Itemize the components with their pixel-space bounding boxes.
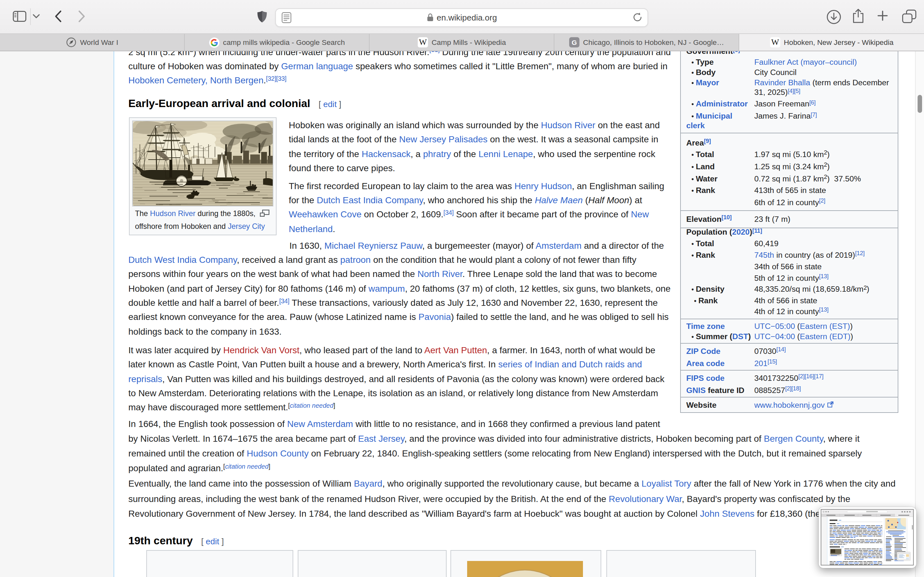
wiki-link[interactable]: John Stevens — [700, 508, 754, 518]
wiki-link[interactable]: Hoboken Cemetery, North Bergen — [128, 75, 263, 85]
wiki-link[interactable]: 745th — [754, 250, 774, 259]
wiki-link[interactable]: Ravinder Bhalla — [754, 79, 810, 87]
reference-link[interactable]: [7] — [811, 111, 817, 118]
reference-link[interactable]: [4][5] — [788, 87, 800, 94]
wiki-link[interactable]: series of Indian and Dutch raids and — [498, 359, 642, 370]
gallery-box-2[interactable] — [298, 550, 447, 577]
reference-link[interactable]: [15] — [767, 359, 777, 365]
wiki-link[interactable]: www.hobokennj.gov — [754, 400, 825, 409]
wiki-link[interactable]: Hackensack — [362, 149, 411, 159]
wiki-link[interactable]: Faulkner Act (mayor–council) — [754, 58, 857, 67]
reference-link[interactable]: [9] — [704, 138, 711, 145]
scrollbar-track[interactable] — [915, 51, 924, 577]
wiki-link[interactable]: DST — [732, 332, 748, 341]
reference-link[interactable]: [13] — [819, 307, 829, 313]
citation-needed-link[interactable]: [citation needed] — [288, 402, 335, 409]
wiki-link[interactable]: clerk — [686, 121, 705, 130]
shield-icon[interactable] — [257, 10, 268, 23]
wiki-link[interactable]: GNIS — [686, 386, 706, 395]
wiki-link[interactable]: UTC−04:00 — [754, 332, 795, 341]
wiki-link[interactable]: Hudson County — [247, 448, 309, 458]
tab-overview-button[interactable] — [902, 10, 916, 23]
tab-2[interactable]: WCamp Mills - Wikipedia — [370, 34, 554, 51]
wiki-link[interactable]: Bayard — [354, 479, 383, 489]
wiki-link[interactable]: 201 — [754, 359, 767, 368]
wiki-link[interactable]: Hudson River — [541, 120, 596, 130]
citation-needed-link[interactable]: [citation needed] — [223, 463, 270, 470]
reference-link[interactable]: [11] — [752, 227, 762, 234]
reference-link[interactable]: [13] — [819, 273, 829, 279]
edit-section-link[interactable]: edit — [206, 537, 219, 546]
wiki-link[interactable]: reprisals — [128, 374, 162, 384]
wiki-link[interactable]: Dutch East India Company — [317, 195, 423, 205]
new-tab-button[interactable] — [877, 10, 888, 21]
wiki-link[interactable]: 2020 — [732, 227, 750, 237]
wiki-link[interactable]: Municipal — [696, 111, 732, 121]
wiki-link[interactable]: New Amsterdam — [287, 419, 353, 429]
wiki-link[interactable]: German language — [281, 61, 353, 71]
downloads-button[interactable] — [827, 10, 841, 24]
wiki-link[interactable]: Revolutionary War — [609, 493, 682, 504]
wiki-link[interactable]: UTC−05:00 — [754, 322, 795, 330]
wiki-link[interactable]: Eastern (EST) — [800, 322, 850, 330]
wiki-link[interactable]: Weehawken Cove — [289, 210, 362, 219]
wiki-link[interactable]: Pavonia — [418, 312, 451, 322]
magnify-icon[interactable] — [260, 210, 270, 217]
reference-link[interactable]: [2][16][17] — [798, 373, 823, 380]
reference-link[interactable]: [31] — [429, 51, 439, 53]
address-bar[interactable]: en.wikipedia.org — [275, 8, 648, 27]
wiki-link[interactable]: Dutch West India Company — [128, 255, 237, 265]
wiki-link[interactable]: Jersey City — [228, 222, 265, 230]
wiki-link[interactable]: Hudson River — [150, 209, 196, 217]
gallery-box-1[interactable] — [146, 550, 293, 577]
forward-button[interactable] — [78, 10, 86, 23]
scrollbar-thumb[interactable] — [917, 95, 922, 113]
wiki-link[interactable]: Amsterdam — [535, 240, 582, 251]
reference-link[interactable]: [6] — [809, 99, 816, 106]
wiki-redlink[interactable]: Aert Van Putten — [424, 345, 487, 355]
wiki-link[interactable]: Administrator — [696, 100, 748, 109]
wiki-link[interactable]: wampum — [368, 284, 405, 293]
wiki-link[interactable]: Time zone — [686, 322, 725, 330]
wiki-link[interactable]: New — [631, 210, 649, 219]
reference-link[interactable]: [2] — [819, 198, 825, 204]
back-button[interactable] — [55, 10, 61, 23]
wiki-link[interactable]: patroon — [340, 255, 371, 265]
wiki-link[interactable]: East Jersey — [358, 434, 404, 444]
reference-link[interactable]: [32][33] — [266, 75, 286, 82]
wiki-redlink[interactable]: Hendrick Van Vorst — [223, 345, 300, 355]
share-button[interactable] — [852, 8, 864, 24]
wiki-link[interactable]: Bergen County — [764, 434, 823, 444]
reference-link[interactable]: [12] — [855, 250, 864, 256]
reference-link[interactable]: [34] — [279, 297, 289, 304]
chevron-down-icon[interactable] — [33, 14, 40, 19]
edit-section-link[interactable]: edit — [323, 100, 336, 109]
reference-link[interactable]: [3] — [733, 51, 740, 53]
gallery-box-3[interactable] — [451, 550, 601, 577]
gallery-box-4[interactable] — [606, 550, 756, 577]
wiki-link[interactable]: Michael Reyniersz Pauw — [325, 240, 422, 251]
url-host[interactable]: en.wikipedia.org — [437, 13, 497, 22]
wiki-link[interactable]: Lenni Lenape — [478, 149, 533, 159]
wiki-link[interactable]: North River — [417, 269, 462, 279]
reference-link[interactable]: [34] — [443, 209, 454, 216]
tab-3[interactable]: GChicago, Illinois to Hoboken, NJ - Goog… — [554, 34, 739, 51]
wiki-link[interactable]: Netherland — [289, 224, 333, 234]
wiki-link[interactable]: phratry — [423, 149, 451, 159]
reference-link[interactable]: [14] — [776, 346, 786, 353]
sidebar-toggle-button[interactable] — [13, 11, 26, 22]
wiki-link[interactable]: Eastern (EDT) — [800, 332, 851, 341]
article-image-thumbnail[interactable]: The Hudson River during the 1880s,offsho… — [129, 117, 276, 235]
tab-4[interactable]: WHoboken, New Jersey - Wikipedia — [739, 34, 924, 51]
wiki-link[interactable]: Halve Maen — [535, 195, 583, 205]
tab-0[interactable]: World War I — [0, 34, 185, 51]
screenshot-preview-thumbnail[interactable] — [819, 507, 916, 568]
wiki-link[interactable]: Loyalist Tory — [642, 479, 691, 489]
wiki-link[interactable]: Area code — [686, 359, 724, 368]
gallery-map-image[interactable] — [467, 561, 583, 577]
reference-link[interactable]: [2][18] — [785, 386, 801, 392]
reference-link[interactable]: [10] — [722, 214, 732, 221]
hudson-river-engraving-image[interactable] — [132, 121, 273, 207]
wiki-link[interactable]: Mayor — [696, 79, 719, 87]
tab-1[interactable]: camp mills wikipedia - Google Search — [185, 34, 370, 51]
